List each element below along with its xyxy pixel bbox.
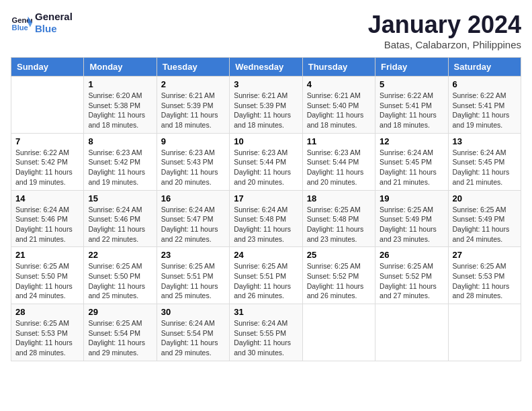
day-info: Sunrise: 6:25 AMSunset: 5:53 PMDaylight:… bbox=[15, 318, 79, 358]
day-info: Sunrise: 6:22 AMSunset: 5:42 PMDaylight:… bbox=[15, 148, 79, 187]
cell-3-7: 20Sunrise: 6:25 AMSunset: 5:49 PMDayligh… bbox=[448, 190, 521, 247]
day-info: Sunrise: 6:24 AMSunset: 5:47 PMDaylight:… bbox=[161, 205, 225, 244]
svg-text:Blue: Blue bbox=[12, 24, 28, 32]
cell-4-2: 22Sunrise: 6:25 AMSunset: 5:50 PMDayligh… bbox=[84, 247, 157, 304]
day-number: 15 bbox=[88, 193, 152, 203]
day-number: 18 bbox=[307, 193, 371, 203]
day-info: Sunrise: 6:23 AMSunset: 5:44 PMDaylight:… bbox=[307, 148, 371, 187]
day-number: 5 bbox=[380, 79, 443, 89]
day-number: 28 bbox=[15, 307, 79, 317]
header-thursday: Thursday bbox=[302, 58, 375, 77]
day-number: 20 bbox=[453, 193, 517, 203]
cell-5-6 bbox=[375, 304, 448, 361]
cell-1-6: 5Sunrise: 6:22 AMSunset: 5:41 PMDaylight… bbox=[375, 77, 448, 134]
cell-4-1: 21Sunrise: 6:25 AMSunset: 5:50 PMDayligh… bbox=[11, 247, 84, 304]
cell-4-3: 23Sunrise: 6:25 AMSunset: 5:51 PMDayligh… bbox=[157, 247, 229, 304]
day-info: Sunrise: 6:25 AMSunset: 5:54 PMDaylight:… bbox=[88, 318, 152, 358]
cell-1-5: 4Sunrise: 6:21 AMSunset: 5:40 PMDaylight… bbox=[302, 77, 375, 134]
day-number: 3 bbox=[234, 79, 298, 89]
cell-1-1 bbox=[11, 77, 84, 134]
cell-1-4: 3Sunrise: 6:21 AMSunset: 5:39 PMDaylight… bbox=[230, 77, 302, 134]
header-friday: Friday bbox=[375, 58, 448, 77]
day-info: Sunrise: 6:24 AMSunset: 5:54 PMDaylight:… bbox=[161, 318, 225, 358]
day-info: Sunrise: 6:24 AMSunset: 5:45 PMDaylight:… bbox=[380, 148, 443, 187]
calendar-header-row: SundayMondayTuesdayWednesdayThursdayFrid… bbox=[11, 58, 521, 77]
page-header: General Blue General Blue January 2024 B… bbox=[11, 11, 521, 50]
day-number: 21 bbox=[15, 250, 79, 260]
day-info: Sunrise: 6:21 AMSunset: 5:39 PMDaylight:… bbox=[161, 91, 225, 130]
header-wednesday: Wednesday bbox=[230, 58, 302, 77]
cell-3-3: 16Sunrise: 6:24 AMSunset: 5:47 PMDayligh… bbox=[157, 190, 229, 247]
header-monday: Monday bbox=[84, 58, 157, 77]
week-row-1: 1Sunrise: 6:20 AMSunset: 5:38 PMDaylight… bbox=[11, 77, 521, 134]
cell-5-5 bbox=[302, 304, 375, 361]
day-info: Sunrise: 6:24 AMSunset: 5:48 PMDaylight:… bbox=[234, 205, 298, 244]
day-info: Sunrise: 6:22 AMSunset: 5:41 PMDaylight:… bbox=[380, 91, 443, 130]
day-number: 10 bbox=[234, 136, 298, 146]
day-number: 13 bbox=[453, 136, 517, 146]
cell-2-4: 10Sunrise: 6:23 AMSunset: 5:44 PMDayligh… bbox=[230, 133, 302, 190]
cell-5-3: 30Sunrise: 6:24 AMSunset: 5:54 PMDayligh… bbox=[157, 304, 229, 361]
week-row-3: 14Sunrise: 6:24 AMSunset: 5:46 PMDayligh… bbox=[11, 190, 521, 247]
day-number: 24 bbox=[234, 250, 298, 260]
day-number: 14 bbox=[15, 193, 79, 203]
logo-general: General bbox=[35, 11, 73, 23]
header-tuesday: Tuesday bbox=[157, 58, 229, 77]
cell-2-6: 12Sunrise: 6:24 AMSunset: 5:45 PMDayligh… bbox=[375, 133, 448, 190]
cell-2-2: 8Sunrise: 6:23 AMSunset: 5:42 PMDaylight… bbox=[84, 133, 157, 190]
day-info: Sunrise: 6:25 AMSunset: 5:52 PMDaylight:… bbox=[307, 261, 371, 301]
header-saturday: Saturday bbox=[448, 58, 521, 77]
cell-4-4: 24Sunrise: 6:25 AMSunset: 5:51 PMDayligh… bbox=[230, 247, 302, 304]
day-number: 16 bbox=[161, 193, 225, 203]
week-row-2: 7Sunrise: 6:22 AMSunset: 5:42 PMDaylight… bbox=[11, 133, 521, 190]
day-number: 22 bbox=[88, 250, 152, 260]
cell-2-7: 13Sunrise: 6:24 AMSunset: 5:45 PMDayligh… bbox=[448, 133, 521, 190]
day-number: 19 bbox=[380, 193, 443, 203]
day-info: Sunrise: 6:23 AMSunset: 5:43 PMDaylight:… bbox=[161, 148, 225, 187]
day-number: 12 bbox=[380, 136, 443, 146]
day-number: 4 bbox=[307, 79, 371, 89]
day-number: 6 bbox=[453, 79, 517, 89]
day-number: 9 bbox=[161, 136, 225, 146]
calendar-table: SundayMondayTuesdayWednesdayThursdayFrid… bbox=[11, 57, 521, 361]
day-number: 31 bbox=[234, 307, 298, 317]
cell-2-3: 9Sunrise: 6:23 AMSunset: 5:43 PMDaylight… bbox=[157, 133, 229, 190]
main-title: January 2024 bbox=[368, 11, 521, 39]
day-info: Sunrise: 6:25 AMSunset: 5:52 PMDaylight:… bbox=[380, 261, 443, 301]
cell-4-5: 25Sunrise: 6:25 AMSunset: 5:52 PMDayligh… bbox=[302, 247, 375, 304]
cell-3-5: 18Sunrise: 6:25 AMSunset: 5:48 PMDayligh… bbox=[302, 190, 375, 247]
day-info: Sunrise: 6:24 AMSunset: 5:45 PMDaylight:… bbox=[453, 148, 517, 187]
day-info: Sunrise: 6:25 AMSunset: 5:49 PMDaylight:… bbox=[380, 205, 443, 244]
day-info: Sunrise: 6:22 AMSunset: 5:41 PMDaylight:… bbox=[453, 91, 517, 130]
day-info: Sunrise: 6:23 AMSunset: 5:44 PMDaylight:… bbox=[234, 148, 298, 187]
day-info: Sunrise: 6:23 AMSunset: 5:42 PMDaylight:… bbox=[88, 148, 152, 187]
cell-2-1: 7Sunrise: 6:22 AMSunset: 5:42 PMDaylight… bbox=[11, 133, 84, 190]
logo-blue: Blue bbox=[35, 23, 73, 35]
day-number: 25 bbox=[307, 250, 371, 260]
day-info: Sunrise: 6:25 AMSunset: 5:50 PMDaylight:… bbox=[88, 261, 152, 301]
week-row-4: 21Sunrise: 6:25 AMSunset: 5:50 PMDayligh… bbox=[11, 247, 521, 304]
cell-4-6: 26Sunrise: 6:25 AMSunset: 5:52 PMDayligh… bbox=[375, 247, 448, 304]
cell-5-2: 29Sunrise: 6:25 AMSunset: 5:54 PMDayligh… bbox=[84, 304, 157, 361]
cell-2-5: 11Sunrise: 6:23 AMSunset: 5:44 PMDayligh… bbox=[302, 133, 375, 190]
day-number: 7 bbox=[15, 136, 79, 146]
day-info: Sunrise: 6:25 AMSunset: 5:51 PMDaylight:… bbox=[161, 261, 225, 301]
day-info: Sunrise: 6:20 AMSunset: 5:38 PMDaylight:… bbox=[88, 91, 152, 130]
cell-3-2: 15Sunrise: 6:24 AMSunset: 5:46 PMDayligh… bbox=[84, 190, 157, 247]
cell-5-1: 28Sunrise: 6:25 AMSunset: 5:53 PMDayligh… bbox=[11, 304, 84, 361]
logo: General Blue General Blue bbox=[11, 11, 73, 35]
cell-3-4: 17Sunrise: 6:24 AMSunset: 5:48 PMDayligh… bbox=[230, 190, 302, 247]
day-info: Sunrise: 6:25 AMSunset: 5:50 PMDaylight:… bbox=[15, 261, 79, 301]
day-number: 29 bbox=[88, 307, 152, 317]
cell-1-7: 6Sunrise: 6:22 AMSunset: 5:41 PMDaylight… bbox=[448, 77, 521, 134]
day-number: 27 bbox=[453, 250, 517, 260]
day-info: Sunrise: 6:21 AMSunset: 5:40 PMDaylight:… bbox=[307, 91, 371, 130]
cell-1-3: 2Sunrise: 6:21 AMSunset: 5:39 PMDaylight… bbox=[157, 77, 229, 134]
day-info: Sunrise: 6:24 AMSunset: 5:46 PMDaylight:… bbox=[15, 205, 79, 244]
day-number: 11 bbox=[307, 136, 371, 146]
subtitle: Batas, Calabarzon, Philippines bbox=[368, 39, 521, 50]
cell-5-7 bbox=[448, 304, 521, 361]
cell-3-1: 14Sunrise: 6:24 AMSunset: 5:46 PMDayligh… bbox=[11, 190, 84, 247]
day-number: 26 bbox=[380, 250, 443, 260]
day-info: Sunrise: 6:25 AMSunset: 5:53 PMDaylight:… bbox=[453, 261, 517, 301]
